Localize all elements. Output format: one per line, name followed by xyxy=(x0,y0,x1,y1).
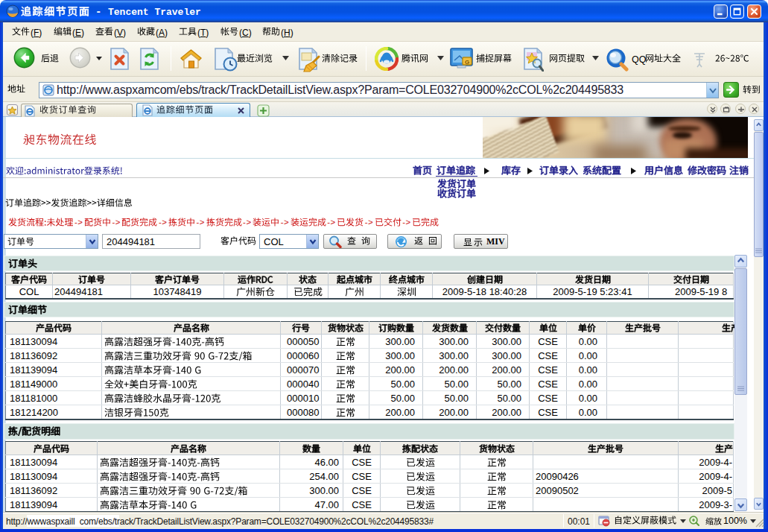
svg-text:G: G xyxy=(465,59,469,66)
